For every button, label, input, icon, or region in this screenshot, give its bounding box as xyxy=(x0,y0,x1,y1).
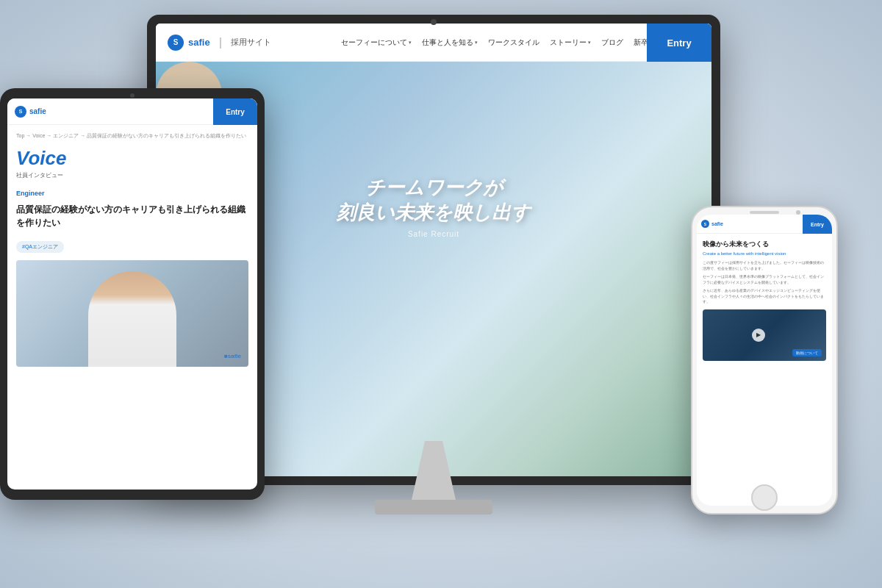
tablet-entry-button[interactable]: Entry xyxy=(213,98,257,125)
nav-link-3[interactable]: ワークスタイル xyxy=(484,35,544,51)
tablet-content: Top → Voice → エンジニア → 品質保証の経験がない方のキャリアも引… xyxy=(7,125,257,374)
nav-link-4[interactable]: ストーリー ▾ xyxy=(545,35,595,51)
monitor-logo: S safie | 採用サイト xyxy=(168,35,271,51)
monitor-logo-subtitle: 採用サイト xyxy=(231,37,271,48)
chevron-icon-4: ▾ xyxy=(588,40,591,46)
monitor-nav-links: セーフィーについて ▾ 仕事と人を知る ▾ ワークスタイル ストーリー ▾ xyxy=(337,35,694,51)
phone-logo: S safie xyxy=(701,220,723,228)
phone-text-block-2: セーフィーは日本発、世界水準の映像プラットフォームとして、社会インフラに必要なデ… xyxy=(703,274,826,285)
hero-text-line2: 刻良い未来を映し出す xyxy=(337,201,531,226)
nav-link-2[interactable]: 仕事と人を知る ▾ xyxy=(417,35,482,51)
hero-text-line1: チームワークが xyxy=(337,176,531,201)
chevron-icon-2: ▾ xyxy=(475,40,478,46)
tablet-voice-title: Voice xyxy=(16,147,248,170)
phone-content: 映像から未来をつくる Create a better future with i… xyxy=(697,234,832,367)
tablet-logo-text: safie xyxy=(29,107,46,115)
tablet-logo-icon: S xyxy=(15,106,26,118)
tablet-breadcrumb: Top → Voice → エンジニア → 品質保証の経験がない方のキャリアも引… xyxy=(16,132,248,140)
phone-logo-text: safie xyxy=(711,221,723,226)
monitor-logo-text: safie xyxy=(188,37,210,48)
tablet-voice-subtitle: 社員インタビュー xyxy=(16,171,248,179)
hero-sub-text: Safie Recruit xyxy=(337,230,531,238)
nav-link-5[interactable]: ブログ xyxy=(597,35,628,51)
tablet-tag-pill[interactable]: #QAエンジニア xyxy=(16,241,64,253)
chevron-icon-1: ▾ xyxy=(409,40,412,46)
safie-watermark: ■safie xyxy=(224,353,241,359)
tablet-image-area: ■safie xyxy=(16,260,248,367)
phone-hero-sub: Create a better future with intelligent … xyxy=(703,251,826,256)
phone-text-block-3: さらに近年、あらゆる産業のデバイスやエッジコンピューティングを使い、社会インフラ… xyxy=(703,288,826,305)
phone-body: S safie Entry 映像から未来をつくる Create a better… xyxy=(691,206,838,514)
monitor-navbar: S safie | 採用サイト セーフィーについて ▾ 仕事と人を知る ▾ xyxy=(156,24,711,62)
phone-logo-icon: S xyxy=(701,220,709,228)
hero-text-overlay: チームワークが 刻良い未来を映し出す Safie Recruit xyxy=(337,176,531,238)
phone-speaker xyxy=(750,211,779,214)
phone-navbar: S safie Entry xyxy=(697,215,832,234)
tablet-engineer-tag: Engineer xyxy=(16,190,248,197)
tablet-logo: S safie xyxy=(15,106,46,118)
phone-hero-title: 映像から未来をつくる xyxy=(703,240,826,249)
phone-video-area: ▶ 動画について xyxy=(703,309,826,361)
tablet-person-image xyxy=(88,271,176,367)
tablet: S safie Entry Top → Voice → エンジニア → 品質保証… xyxy=(0,88,265,500)
tablet-camera xyxy=(130,93,135,98)
safie-logo-icon: S xyxy=(168,35,184,51)
tablet-body: S safie Entry Top → Voice → エンジニア → 品質保証… xyxy=(0,88,265,500)
tablet-navbar: S safie Entry xyxy=(7,98,257,125)
tablet-article-title: 品質保証の経験がない方のキャリアも引き上げられる組織を作りたい xyxy=(16,203,248,229)
phone-video-button[interactable]: 動画について xyxy=(792,349,822,356)
monitor-entry-button[interactable]: Entry xyxy=(647,24,711,62)
phone-play-button[interactable]: ▶ xyxy=(752,329,765,342)
nav-link-1[interactable]: セーフィーについて ▾ xyxy=(337,35,416,51)
logo-divider: | xyxy=(219,36,222,49)
phone: S safie Entry 映像から未来をつくる Create a better… xyxy=(691,206,838,514)
phone-home-button[interactable] xyxy=(751,484,778,511)
phone-entry-button[interactable]: Entry xyxy=(803,215,832,234)
monitor-base xyxy=(375,500,492,514)
phone-screen: S safie Entry 映像から未来をつくる Create a better… xyxy=(697,215,832,506)
phone-text-block-1: この度サフィーは採用サイトを立ち上げました。セーフィーは映像技術の活用で、社会を… xyxy=(703,260,826,271)
tablet-screen: S safie Entry Top → Voice → エンジニア → 品質保証… xyxy=(7,98,257,490)
monitor-camera xyxy=(431,19,437,25)
